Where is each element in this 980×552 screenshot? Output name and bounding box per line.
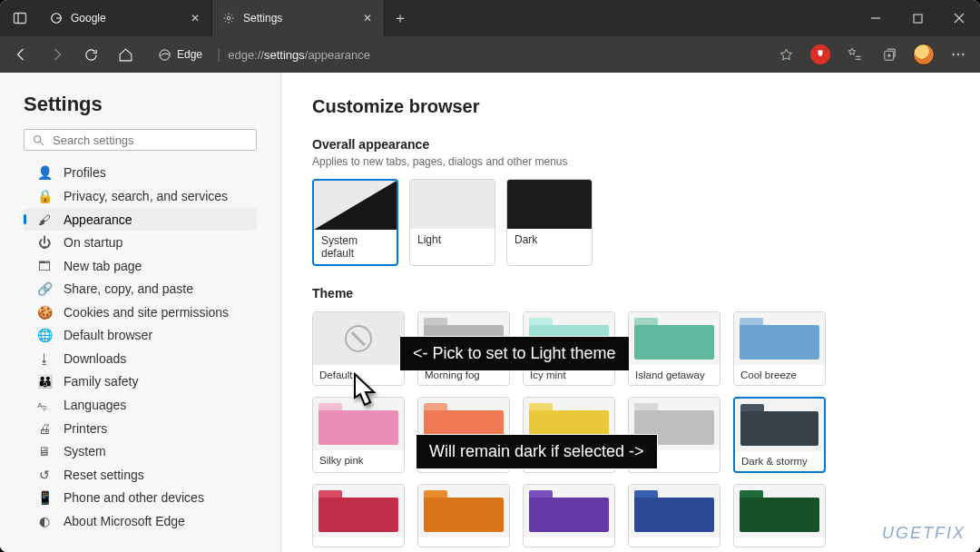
svg-point-3 bbox=[227, 16, 230, 20]
close-icon bbox=[954, 13, 965, 24]
nav-default-browser[interactable]: 🌐Default browser bbox=[24, 324, 257, 347]
arrow-left-icon bbox=[14, 46, 30, 63]
edge-icon: ◐ bbox=[36, 514, 53, 528]
forward-button[interactable] bbox=[40, 40, 73, 69]
paint-icon: 🖌 bbox=[36, 212, 53, 227]
theme-card-1-4[interactable]: Dark & stormy bbox=[733, 397, 826, 473]
pointer-cursor-icon bbox=[349, 372, 386, 414]
tab-google[interactable]: Google ✕ bbox=[40, 0, 212, 36]
reset-icon: ↺ bbox=[36, 468, 53, 482]
theme-card-0-3[interactable]: Island getaway bbox=[628, 311, 720, 386]
nav-profiles[interactable]: 👤Profiles bbox=[24, 162, 257, 184]
svg-line-8 bbox=[225, 15, 226, 15]
watermark: UGETFIX bbox=[882, 524, 965, 543]
nav-printers[interactable]: 🖨Printers bbox=[24, 417, 257, 439]
window-controls bbox=[855, 0, 980, 36]
minimize-button[interactable] bbox=[855, 0, 897, 36]
nav-startup[interactable]: ⏻On startup bbox=[24, 232, 257, 254]
nav-languages[interactable]: A字Languages bbox=[24, 394, 257, 417]
collections-button[interactable] bbox=[873, 40, 906, 69]
tab-settings[interactable]: Settings ✕ bbox=[212, 0, 385, 36]
favorites-bar-button[interactable] bbox=[838, 40, 871, 69]
maximize-icon bbox=[913, 14, 923, 24]
adblock-icon bbox=[810, 44, 830, 64]
tab-actions-button[interactable] bbox=[0, 0, 40, 36]
collections-icon bbox=[882, 47, 897, 63]
nav-phone[interactable]: 📱Phone and other devices bbox=[24, 487, 257, 509]
nav-privacy[interactable]: 🔒Privacy, search, and services bbox=[24, 185, 257, 208]
address-bar[interactable]: Edge | edge://settings/appearance bbox=[143, 41, 768, 68]
new-tab-button[interactable]: ＋ bbox=[385, 0, 416, 36]
profile-button[interactable] bbox=[907, 40, 940, 69]
home-button[interactable] bbox=[109, 40, 142, 69]
app-menu-button[interactable] bbox=[942, 40, 975, 69]
edge-icon bbox=[158, 48, 172, 62]
tab-close-button[interactable]: ✕ bbox=[360, 12, 375, 25]
appearance-options: System default Light Dark bbox=[312, 179, 949, 266]
maximize-button[interactable] bbox=[897, 0, 938, 36]
gear-icon bbox=[221, 11, 236, 25]
refresh-button[interactable] bbox=[74, 40, 107, 69]
theme-card-2-4[interactable] bbox=[733, 484, 826, 547]
theme-card-0-4[interactable]: Cool breeze bbox=[733, 311, 826, 386]
minimize-icon bbox=[870, 13, 881, 24]
annotation-light: <- Pick to set to Light theme bbox=[399, 336, 630, 371]
star-add-icon bbox=[779, 47, 794, 63]
nav-system[interactable]: 🖥System bbox=[24, 440, 257, 463]
settings-search-input[interactable] bbox=[53, 133, 249, 147]
page-heading: Customize browser bbox=[312, 96, 949, 117]
appearance-option-systemdefault[interactable]: System default bbox=[312, 179, 398, 266]
download-icon: ⭳ bbox=[36, 351, 53, 366]
svg-point-23 bbox=[957, 54, 959, 55]
share-icon: 🔗 bbox=[36, 281, 53, 296]
appearance-option-light[interactable]: Light bbox=[409, 179, 495, 266]
nav-about[interactable]: ◐About Microsoft Edge bbox=[24, 510, 257, 532]
annotation-dark: Will remain dark if selected -> bbox=[416, 434, 658, 469]
svg-point-24 bbox=[962, 54, 964, 55]
nav-reset[interactable]: ↺Reset settings bbox=[24, 463, 257, 486]
appearance-preview-dark bbox=[507, 180, 592, 229]
site-identity-badge[interactable]: Edge bbox=[151, 44, 210, 65]
tab-close-button[interactable]: ✕ bbox=[188, 12, 202, 25]
settings-main: Customize browser Overall appearance App… bbox=[281, 73, 980, 552]
tab-actions-icon bbox=[13, 11, 27, 25]
nav-downloads[interactable]: ⭳Downloads bbox=[24, 348, 257, 370]
svg-rect-13 bbox=[914, 15, 922, 23]
theme-card-2-2[interactable] bbox=[523, 484, 615, 547]
tab-strip: Google ✕ Settings ✕ ＋ bbox=[40, 0, 855, 36]
titlebar: Google ✕ Settings ✕ ＋ bbox=[0, 0, 980, 36]
appearance-preview-default bbox=[314, 181, 397, 230]
nav-appearance[interactable]: 🖌Appearance bbox=[24, 208, 257, 231]
toolbar: Edge | edge://settings/appearance bbox=[0, 36, 980, 73]
settings-heading: Settings bbox=[24, 93, 257, 116]
theme-card-2-3[interactable] bbox=[628, 484, 720, 547]
nav-family[interactable]: 👪Family safety bbox=[24, 370, 257, 393]
nav-share[interactable]: 🔗Share, copy, and paste bbox=[24, 278, 257, 301]
address-separator: | bbox=[217, 46, 220, 63]
theme-title: Theme bbox=[312, 286, 949, 301]
nav-cookies[interactable]: 🍪Cookies and site permissions bbox=[24, 301, 257, 323]
theme-card-2-1[interactable] bbox=[417, 484, 510, 547]
overall-appearance-title: Overall appearance bbox=[312, 137, 949, 152]
star-list-icon bbox=[847, 46, 863, 63]
svg-line-11 bbox=[231, 15, 232, 15]
google-favicon bbox=[49, 11, 64, 25]
arrow-right-icon bbox=[48, 46, 64, 63]
address-url: edge://settings/appearance bbox=[228, 48, 370, 62]
nav-newtab[interactable]: 🗔New tab page bbox=[24, 254, 257, 277]
browser-window: Google ✕ Settings ✕ ＋ Edg bbox=[0, 0, 980, 552]
tab-title: Settings bbox=[243, 12, 353, 25]
adblock-button[interactable] bbox=[804, 40, 837, 69]
site-identity-label: Edge bbox=[177, 48, 202, 61]
family-icon: 👪 bbox=[36, 374, 53, 389]
theme-card-2-0[interactable] bbox=[312, 484, 405, 547]
svg-line-10 bbox=[225, 21, 226, 22]
close-button[interactable] bbox=[938, 0, 980, 36]
favorite-button[interactable] bbox=[769, 40, 802, 69]
appearance-option-dark[interactable]: Dark bbox=[506, 179, 593, 266]
back-button[interactable] bbox=[5, 40, 38, 69]
svg-line-26 bbox=[40, 142, 44, 145]
appearance-preview-light bbox=[410, 180, 495, 229]
settings-search[interactable] bbox=[24, 129, 257, 151]
settings-nav: 👤Profiles 🔒Privacy, search, and services… bbox=[24, 162, 257, 532]
